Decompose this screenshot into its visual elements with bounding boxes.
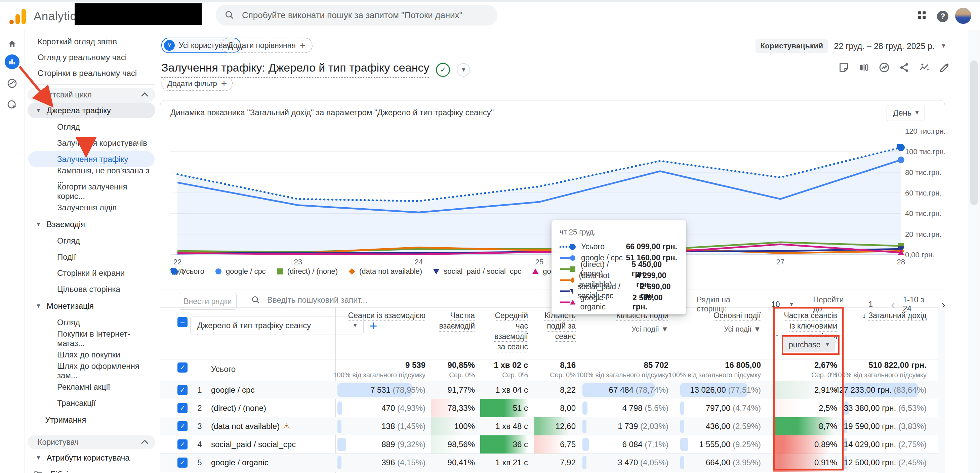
sparkline-insights-icon[interactable]: [918, 61, 931, 74]
data-quality-icon[interactable]: ✓: [436, 63, 450, 77]
table-scrollbar[interactable]: [938, 307, 945, 473]
sidebar-item-quick-0[interactable]: Короткий огляд звітів: [25, 33, 158, 49]
x-tick: 23: [288, 258, 308, 267]
table-cell: 436,00 (2,59%): [679, 417, 766, 435]
sidebar-item-покупки-в-інтернет-магаз---[interactable]: Покупки в інтернет-магаз...: [28, 330, 154, 347]
insights-icon[interactable]: [878, 61, 891, 74]
proportion-bar: [337, 438, 346, 451]
row-checkbox[interactable]: ✓: [177, 362, 188, 373]
sidebar-item-залучення-трафіку[interactable]: Залучення трафіку: [28, 151, 154, 167]
column-header-line: за сеанс: [480, 342, 528, 352]
sidebar-item-шлях-до-оформлення-зам---[interactable]: Шлях до оформлення зам...: [28, 363, 154, 379]
home-icon[interactable]: [5, 36, 19, 51]
sidebar-item-цільова-сторінка[interactable]: Цільова сторінка: [28, 281, 154, 297]
audience-avatar: У: [164, 40, 175, 51]
column-header-3[interactable]: Кількістьподій засеанс: [534, 310, 576, 342]
row-number: 1: [194, 385, 205, 395]
select-all-checkbox[interactable]: –: [177, 317, 188, 327]
edit-icon[interactable]: [938, 61, 951, 74]
table-cell: 2,5%: [773, 399, 843, 417]
analytics-logo-icon[interactable]: [10, 8, 26, 24]
row-checkbox[interactable]: ✓: [177, 457, 188, 468]
row-checkbox[interactable]: ✓: [177, 385, 188, 395]
sidebar-group-2[interactable]: ▼Монетизація: [27, 298, 155, 314]
apps-grid-icon[interactable]: [917, 10, 927, 20]
sidebar-group-0[interactable]: ▼Джерела трафіку: [27, 102, 155, 118]
table-search-input[interactable]: Введіть пошуковий запит...: [251, 295, 368, 305]
add-filter-button[interactable]: Додати фільтр+: [161, 76, 233, 91]
sidebar-group-1[interactable]: ▼Взаємодія: [27, 216, 155, 232]
table-row[interactable]: ✓3(data not available)⚠138 (1,45%)100%1 …: [160, 417, 945, 435]
advertising-icon[interactable]: [5, 97, 19, 112]
sidebar-item-залучення-лідів[interactable]: Залучення лідів: [28, 200, 154, 216]
date-range-picker[interactable]: Користувацький 22 груд. – 28 груд. 2025 …: [756, 39, 947, 53]
row-checkbox[interactable]: ✓: [177, 440, 188, 449]
cell-value: 436,00 (2,59%): [706, 422, 761, 431]
add-comparison-button[interactable]: Додати порівняння+: [221, 38, 313, 53]
sidebar-group-user-attributes[interactable]: ▼Атрибути користувача: [27, 450, 155, 466]
totals-subtext: Сер. 0%: [811, 371, 837, 379]
purchase-select[interactable]: purchase▼: [783, 337, 835, 352]
sidebar-item-огляд[interactable]: Огляд: [28, 119, 154, 135]
legend-item[interactable]: social_paid / social_cpc: [432, 267, 521, 276]
column-header-5[interactable]: Основні подіїУсі події ▼: [679, 310, 761, 334]
sidebar-group-3[interactable]: Утримання: [27, 412, 155, 428]
account-selector-redacted[interactable]: [75, 3, 202, 25]
sidebar-item-сторінки-й-екрани[interactable]: Сторінки й екрани: [28, 265, 154, 281]
sidebar-item-події[interactable]: Події: [28, 249, 154, 265]
sidebar-item-огляд[interactable]: Огляд: [28, 314, 154, 330]
reports-icon[interactable]: [5, 54, 19, 69]
table-row[interactable]: ✓1google / cpc7 531 (78,95%)91,77%1 хв 0…: [160, 381, 945, 399]
sidebar-item-трансакції[interactable]: Трансакції: [28, 395, 154, 411]
column-subfilter[interactable]: Усі події ▼: [582, 324, 668, 334]
plus-icon: +: [300, 40, 306, 51]
sidebar-item-кампанія--не-пов-язана-з----[interactable]: Кампанія, не пов’язана з ...: [28, 167, 154, 183]
column-header-7[interactable]: ↓Загальний дохід: [843, 310, 927, 321]
table-row[interactable]: ✓4social_paid / social_cpc889 (9,32%)98,…: [160, 435, 945, 454]
chevron-down-icon[interactable]: ▼: [789, 301, 794, 308]
table-row[interactable]: ✓2(direct) / (none)470 (4,93%)78,33%51 с…: [160, 399, 945, 417]
row-checkbox[interactable]: ✓: [177, 403, 188, 413]
global-search-input[interactable]: Спробуйте виконати пошук за запитом "Пот…: [216, 5, 497, 25]
table-row[interactable]: ✓5google / organic396 (4,15%)90,41%1 хв …: [160, 453, 945, 471]
totals-cell: 1 хв 02 сСер. 0%: [480, 359, 533, 381]
totals-cell: 2,67%Сер. 0%: [773, 359, 843, 381]
column-header-text: Частка сеансів: [784, 311, 837, 320]
sidebar-item-рекламні-акції[interactable]: Рекламні акції: [28, 379, 154, 395]
notes-icon[interactable]: [837, 61, 850, 74]
totals-value: 90,85%: [448, 360, 475, 370]
sidebar-item-огляд[interactable]: Огляд: [28, 233, 154, 249]
sidebar-section-lifecycle[interactable]: Життєвий цикл: [27, 88, 155, 102]
comparison-icon[interactable]: [858, 61, 870, 74]
purchase-value: purchase: [789, 340, 821, 349]
sidebar-item-quick-1[interactable]: Огляд у реальному часі: [25, 49, 158, 65]
help-icon[interactable]: ?: [937, 11, 948, 22]
sidebar-item-library[interactable]: Бібліотека: [25, 466, 158, 473]
cell-value: 427 233,00 грн. (83,64%): [835, 385, 927, 395]
column-header-0[interactable]: Сеанси із взаємодією: [337, 310, 425, 321]
legend-item[interactable]: Усього: [170, 267, 204, 276]
legend-item[interactable]: (data not available): [348, 267, 422, 276]
sidebar-item-залучення-користувачів[interactable]: Залучення користувачів: [28, 135, 154, 151]
column-header-1[interactable]: Часткавзаємодій: [431, 310, 475, 331]
legend-item[interactable]: (direct) / (none): [276, 267, 338, 276]
sidebar-item-шлях-до-покупки[interactable]: Шлях до покупки: [28, 347, 154, 363]
report-toolbar: [837, 61, 951, 74]
cell-value: 138 (1,45%): [382, 422, 425, 431]
sidebar-item-когорти-залучення-корис---[interactable]: Когорти залучення корис...: [28, 183, 154, 200]
explore-icon[interactable]: [5, 76, 19, 91]
column-subfilter[interactable]: Усі події ▼: [679, 324, 761, 334]
table-header: – Джерело й тип трафіку сеансу ▼ + Сеанс…: [160, 307, 945, 359]
legend-item[interactable]: google / cpc: [215, 267, 266, 276]
column-header-2[interactable]: Середнійчасвзаємодіїза сеанс: [480, 310, 528, 352]
sidebar-section-user[interactable]: Користувач: [27, 435, 155, 449]
column-header-text: Середній: [495, 311, 528, 320]
row-checkbox[interactable]: ✓: [177, 421, 188, 431]
cell-value: 78,33%: [448, 403, 475, 413]
sidebar-item-quick-2[interactable]: Сторінки в реальному часі: [25, 65, 158, 81]
table-cell: 138 (1,45%): [337, 417, 431, 435]
title-dropdown-button[interactable]: ▼: [457, 63, 470, 76]
avatar[interactable]: [955, 8, 971, 24]
share-icon[interactable]: [898, 61, 911, 74]
page-scrollbar[interactable]: [968, 30, 980, 473]
